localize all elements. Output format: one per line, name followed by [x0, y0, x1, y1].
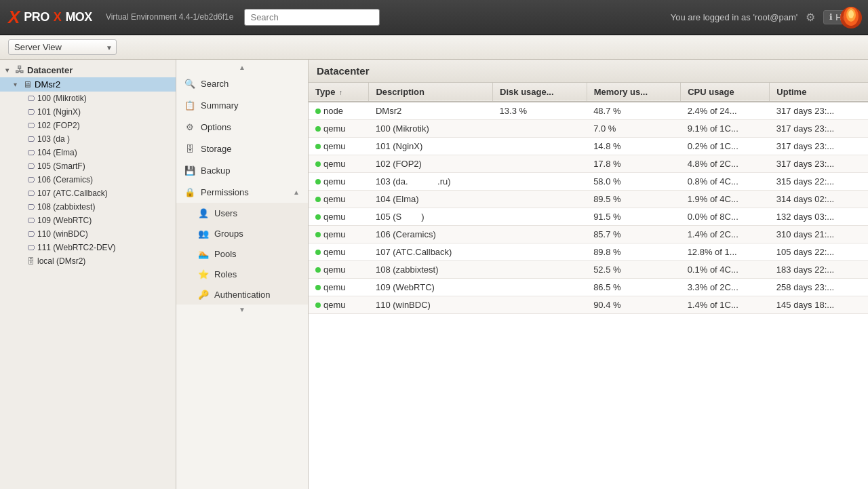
menu-scroll-down[interactable]: ▼	[176, 305, 308, 315]
vm-icon: 🖵	[27, 216, 35, 224]
server-view-select[interactable]: Server View	[8, 39, 117, 55]
sidebar-item-vm111[interactable]: 🖵 111 (WebRTC2-DEV)	[0, 241, 176, 254]
help-icon: ℹ	[829, 12, 833, 22]
roles-icon: ⭐	[198, 269, 209, 279]
options-icon: ⚙	[184, 121, 195, 132]
sidebar-item-vm106[interactable]: 🖵 106 (Ceramics)	[0, 173, 176, 187]
table-row[interactable]: qemu 106 (Ceramics) 85.7 % 1.4% of 2C...…	[309, 226, 868, 243]
sidebar-item-local[interactable]: 🗄 local (DMsr2)	[0, 254, 176, 268]
menu-item-roles[interactable]: ⭐ Roles	[176, 264, 308, 284]
table-row[interactable]: qemu 105 (S ) 91.5 % 0.0% of 8C... 132 d…	[309, 208, 868, 226]
menu-item-authentication[interactable]: 🔑 Authentication	[176, 284, 308, 305]
sidebar-item-datacenter[interactable]: ▾ 🖧 Datacenter	[0, 62, 176, 77]
sidebar-item-vm101[interactable]: 🖵 101 (NginX)	[0, 105, 176, 119]
table-row[interactable]: qemu 104 (Elma) 89.5 % 1.9% of 4C... 314…	[309, 191, 868, 208]
cpu-cell: 3.3% of 2C...	[681, 279, 770, 296]
table-row[interactable]: qemu 100 (Mikrotik) 7.0 % 9.1% of 1C... …	[309, 120, 868, 138]
sidebar-item-vm102[interactable]: 🖵 102 (FOP2)	[0, 119, 176, 132]
menu-item-search[interactable]: 🔍 Search	[176, 73, 308, 94]
uptime-cell: 145 days 18:...	[770, 296, 868, 314]
col-uptime[interactable]: Uptime	[770, 83, 868, 102]
permissions-arrow-icon: ▲	[293, 189, 300, 196]
menu-item-storage[interactable]: 🗄 Storage	[176, 138, 308, 159]
memory-cell: 89.8 %	[587, 243, 681, 261]
vm109-label: 109 (WebRTC)	[37, 216, 92, 225]
table-row[interactable]: qemu 110 (winBDC) 90.4 % 1.4% of 1C... 1…	[309, 296, 868, 314]
users-icon: 👤	[198, 208, 209, 218]
logo-pro: PRO	[24, 10, 50, 24]
status-dot	[315, 250, 321, 255]
gear-icon[interactable]: ⚙	[806, 11, 815, 24]
sidebar-item-vm100[interactable]: 🖵 100 (Mikrotik)	[0, 92, 176, 105]
sidebar-item-dmsr2[interactable]: ▾ 🖥 DMsr2	[0, 77, 176, 92]
menu-item-users[interactable]: 👤 Users	[176, 203, 308, 223]
header: X PROXMOX Virtual Environment 4.4-1/eb2d…	[0, 0, 868, 35]
memory-cell: 48.7 %	[587, 102, 681, 120]
sidebar-item-vm109[interactable]: 🖵 109 (WebRTC)	[0, 214, 176, 227]
status-dot	[315, 302, 321, 308]
sidebar-item-vm110[interactable]: 🖵 110 (winBDC)	[0, 227, 176, 241]
table-row[interactable]: qemu 107 (ATC.Callback) 89.8 % 12.8% of …	[309, 243, 868, 261]
vm104-label: 104 (Elma)	[37, 148, 77, 157]
sidebar-item-vm108[interactable]: 🖵 108 (zabbixtest)	[0, 200, 176, 214]
desc-cell: 104 (Elma)	[369, 191, 493, 208]
menu-scroll-up[interactable]: ▲	[176, 62, 308, 73]
sidebar-item-vm105[interactable]: 🖵 105 (SmartF)	[0, 159, 176, 173]
vm-icon: 🖵	[27, 203, 35, 211]
menu-item-pools[interactable]: 🏊 Pools	[176, 243, 308, 264]
type-text: qemu	[323, 265, 346, 275]
menu-item-permissions[interactable]: 🔒 Permissions ▲	[176, 181, 308, 203]
menu-item-summary[interactable]: 📋 Summary	[176, 94, 308, 116]
pools-icon: 🏊	[198, 248, 209, 259]
menu-item-backup[interactable]: 💾 Backup	[176, 159, 308, 181]
menu-groups-label: Groups	[214, 229, 243, 239]
menu-item-options[interactable]: ⚙ Options	[176, 116, 308, 138]
menu-users-label: Users	[214, 208, 237, 218]
col-cpu[interactable]: CPU usage	[681, 83, 770, 102]
storage-icon: 🗄	[27, 257, 35, 265]
storage-menu-icon: 🗄	[184, 143, 195, 154]
sidebar-item-vm104[interactable]: 🖵 104 (Elma)	[0, 146, 176, 159]
svg-point-3	[848, 10, 854, 18]
table-row[interactable]: qemu 102 (FOP2) 17.8 % 4.8% of 2C... 317…	[309, 155, 868, 173]
status-dot	[315, 285, 321, 290]
datacenter-icon: 🖧	[15, 64, 24, 75]
col-disk[interactable]: Disk usage...	[493, 83, 587, 102]
cpu-cell: 0.0% of 8C...	[681, 208, 770, 226]
cpu-cell: 1.4% of 2C...	[681, 226, 770, 243]
cpu-cell: 0.8% of 4C...	[681, 173, 770, 191]
table-row[interactable]: qemu 108 (zabbixtest) 52.5 % 0.1% of 4C.…	[309, 261, 868, 279]
uptime-cell: 105 days 22:...	[770, 243, 868, 261]
type-cell: qemu	[315, 176, 362, 187]
table-container: Type ↑ Description Disk usage... Memory …	[309, 83, 868, 489]
table-row[interactable]: node DMsr2 13.3 % 48.7 % 2.4% of 24... 3…	[309, 102, 868, 120]
vm102-label: 102 (FOP2)	[37, 121, 80, 130]
vm-icon: 🖵	[27, 230, 35, 238]
header-right: You are logged in as 'root@pam' ⚙ ℹ Help	[671, 10, 860, 24]
table-body: node DMsr2 13.3 % 48.7 % 2.4% of 24... 3…	[309, 102, 868, 314]
table-row[interactable]: qemu 101 (NginX) 14.8 % 0.2% of 1C... 31…	[309, 138, 868, 155]
sidebar-item-vm103[interactable]: 🖵 103 (da )	[0, 132, 176, 146]
memory-cell: 89.5 %	[587, 191, 681, 208]
disk-cell	[493, 155, 587, 173]
menu-search-label: Search	[201, 79, 229, 89]
type-cell: qemu	[315, 229, 362, 239]
type-cell: qemu	[315, 123, 362, 134]
vm111-label: 111 (WebRTC2-DEV)	[37, 243, 116, 252]
disk-cell	[493, 279, 587, 296]
table-row[interactable]: qemu 109 (WebRTC) 86.5 % 3.3% of 2C... 2…	[309, 279, 868, 296]
uptime-cell: 315 days 22:...	[770, 173, 868, 191]
type-cell: qemu	[315, 247, 362, 257]
menu-item-groups[interactable]: 👥 Groups	[176, 223, 308, 243]
expand-icon: ▾	[5, 66, 12, 74]
logo-x: X	[8, 7, 20, 28]
table-row[interactable]: qemu 103 (da. .ru) 58.0 % 0.8% of 4C... …	[309, 173, 868, 191]
header-search-input[interactable]	[244, 9, 380, 26]
col-memory[interactable]: Memory us...	[587, 83, 681, 102]
col-type[interactable]: Type ↑	[309, 83, 369, 102]
sidebar-item-vm107[interactable]: 🖵 107 (ATC.Callback)	[0, 187, 176, 200]
col-description[interactable]: Description	[369, 83, 493, 102]
memory-cell: 17.8 %	[587, 155, 681, 173]
uptime-cell: 183 days 22:...	[770, 261, 868, 279]
vm-icon: 🖵	[27, 94, 35, 102]
